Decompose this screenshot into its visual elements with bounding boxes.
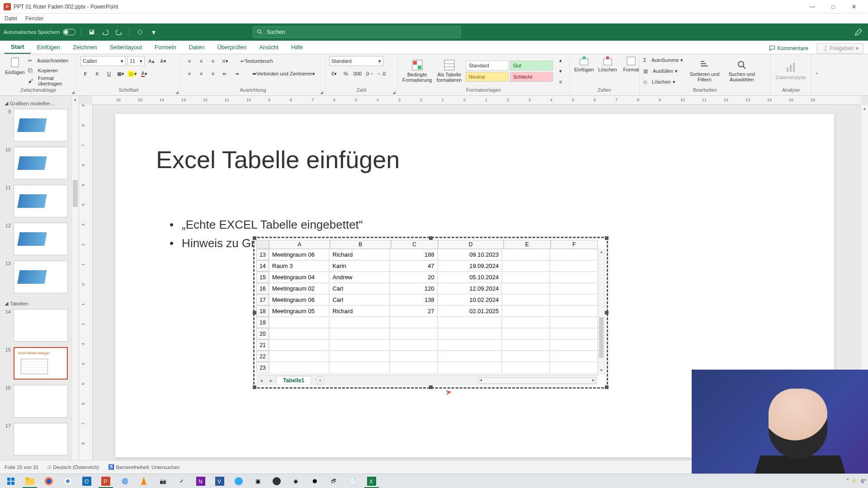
cell[interactable] [502,305,550,317]
number-format-combo[interactable]: Standard▾ [329,56,383,66]
cell[interactable]: Meetingraum 02 [269,283,329,294]
add-sheet-icon[interactable]: + [316,376,325,385]
thumbnail[interactable]: 16 [4,385,68,418]
bold-icon[interactable]: F [80,69,90,79]
cell-styles-gallery[interactable]: Standard Gut Neutral Schlecht [466,61,553,82]
save-icon[interactable] [87,27,97,37]
cell[interactable] [329,317,389,328]
tab-ansicht[interactable]: Ansicht [253,40,285,54]
cell[interactable] [502,317,550,328]
cell[interactable]: Meetingraum 05 [269,305,329,317]
cell[interactable] [550,294,598,305]
table-row[interactable]: 16Meetingraum 02Carl12012.09.2024 [256,283,598,294]
thumb-preview[interactable] [14,261,68,293]
grow-font-icon[interactable]: A▴ [146,56,156,66]
cell[interactable] [329,362,389,373]
align-left-icon[interactable]: ≡ [184,69,194,79]
format-painter-button[interactable]: 🖌 Format übertragen [28,76,73,86]
cell[interactable] [502,272,550,283]
app-icon[interactable]: ▣ [249,474,267,488]
chevron-up-icon[interactable]: ˄ [846,478,849,484]
collapse-ribbon[interactable]: ˄ [811,54,822,95]
cell[interactable] [550,260,598,272]
excel-rows[interactable]: 13Meetingraum 06Richard18809.10.202314Ra… [256,249,598,375]
scroll-handle[interactable] [599,317,604,358]
cell[interactable] [438,328,502,339]
thumb-preview[interactable] [14,223,68,255]
cell[interactable] [550,339,598,351]
cell[interactable] [550,283,598,294]
gallery-down-icon[interactable]: ▾ [556,66,566,76]
sort-filter-button[interactable]: Sortieren und Filtern [687,60,722,82]
start-button[interactable] [2,474,20,488]
visio-icon[interactable]: V [211,474,229,488]
thumbnail[interactable]: 11 [4,185,68,217]
align-middle-icon[interactable]: ≡ [196,56,206,66]
italic-icon[interactable]: K [92,69,102,79]
cell[interactable] [390,317,438,328]
cell[interactable]: Carl [329,283,389,294]
tab-start[interactable]: Start [5,40,31,54]
cell[interactable] [502,260,550,272]
thumb-preview[interactable] [14,309,68,342]
merge-button[interactable]: ⬌ Verbinden und Zentrieren ▾ [250,69,317,79]
app-icon[interactable]: 📄 [344,474,362,488]
row-header[interactable]: 21 [256,339,269,351]
cell[interactable]: 27 [390,305,438,317]
cell[interactable] [269,339,329,351]
font-name-combo[interactable]: Calibri▾ [80,56,126,66]
cell[interactable] [502,283,550,294]
table-row[interactable]: 21 [256,339,598,351]
excel-icon[interactable]: X [363,474,381,488]
copy-button[interactable]: ⿻ Kopieren [28,66,73,75]
cell[interactable] [550,317,598,328]
explorer-icon[interactable] [21,474,39,488]
thumb-preview[interactable] [14,385,68,418]
scroll-handle[interactable] [73,180,78,207]
sheet-nav-first-icon[interactable]: ◂ [256,377,266,384]
comments-button[interactable]: Kommentare [764,43,813,53]
table-row[interactable]: 18Meetingraum 05Richard2702.01.2025 [256,305,598,317]
inc-decimal-icon[interactable]: .0→ [364,69,374,79]
cell[interactable] [329,351,389,362]
sheet-tab[interactable]: Tabelle1 [276,376,311,385]
cell[interactable]: 188 [390,249,438,260]
accessibility-checker[interactable]: ♿Barrierefreiheit: Untersuchen [108,464,180,470]
app-icon[interactable]: 🌀 [116,474,134,488]
table-row[interactable]: 23 [256,362,598,373]
sheet-nav-prev-icon[interactable]: ▸ [266,377,276,384]
format-cells-button[interactable]: Format [620,56,642,86]
clear-button[interactable]: ◇ Löschen ▾ [643,77,683,87]
cell[interactable] [550,272,598,283]
cell[interactable]: 20 [390,272,438,283]
obs-icon[interactable] [268,474,286,488]
col-header-f[interactable]: F [551,240,598,249]
cell[interactable]: Richard [329,249,389,260]
indent-dec-icon[interactable]: ⇤ [220,69,230,79]
thumbnail[interactable]: 15Excel Tabelle einfügen [4,347,68,380]
cell[interactable]: Richard [329,305,389,317]
chrome-icon[interactable] [59,474,77,488]
thumb-preview[interactable] [14,423,68,455]
onenote-icon[interactable]: N [192,474,210,488]
touch-mode-icon[interactable] [135,27,145,37]
col-header-b[interactable]: B [330,240,391,249]
cell[interactable] [550,351,598,362]
cell[interactable]: 10.02.2024 [438,294,502,305]
fill-button[interactable]: ▥ Ausfüllen ▾ [643,66,683,76]
redo-icon[interactable] [114,27,124,37]
format-as-table-button[interactable]: Als Tabelle formatieren [435,59,463,83]
table-row[interactable]: 22 [256,351,598,362]
gallery-more-icon[interactable]: ≡ [556,77,566,87]
cell[interactable] [438,339,502,351]
table-row[interactable]: 20 [256,328,598,339]
cell[interactable]: 05.10.2024 [438,272,502,283]
cell[interactable]: Meetingraum 04 [269,272,329,283]
data-analysis-button[interactable]: Datenanalyse [774,62,807,80]
tab-seitenlayout[interactable]: Seitenlayout [103,40,148,54]
conditional-formatting-button[interactable]: Bedingte Formatierung [401,59,433,83]
cell[interactable]: 02.01.2025 [438,305,502,317]
cell[interactable] [438,317,502,328]
cell[interactable] [550,249,598,260]
cell[interactable] [438,351,502,362]
